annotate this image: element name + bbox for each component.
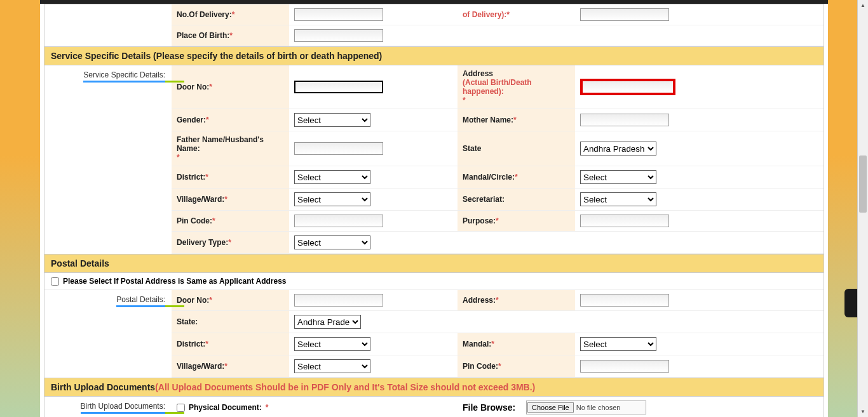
p-district-label: District:* xyxy=(172,333,289,355)
district-label: District:* xyxy=(172,166,289,188)
file-status: No file chosen xyxy=(576,404,646,411)
father-input[interactable] xyxy=(294,142,383,155)
docs-header: Birth Upload Documents(All Upload Docume… xyxy=(44,378,824,397)
delivery-type-label: Delivery Type:* xyxy=(172,232,289,253)
no-delivery-input[interactable] xyxy=(294,8,383,21)
place-birth-input[interactable] xyxy=(294,29,383,42)
postal-header: Postal Details xyxy=(44,254,824,273)
village-label: Village/Ward:* xyxy=(172,189,289,210)
p-door-input[interactable] xyxy=(294,294,383,307)
of-delivery-input[interactable] xyxy=(580,8,669,21)
gender-select[interactable]: Select xyxy=(294,113,370,127)
purpose-label: Purpose:* xyxy=(458,211,575,231)
p-pin-label: Pin Code:* xyxy=(458,355,575,377)
p-village-select[interactable]: Select xyxy=(294,359,370,373)
village-select[interactable]: Select xyxy=(294,192,370,206)
no-delivery-label: No.Of Delivery:* xyxy=(172,4,289,25)
mother-input[interactable] xyxy=(580,114,669,126)
p-pin-input[interactable] xyxy=(580,360,669,373)
of-delivery-label: of Delivery):* xyxy=(458,4,575,25)
p-district-select[interactable]: Select xyxy=(294,337,370,351)
purpose-input[interactable] xyxy=(580,215,669,227)
state-select[interactable]: Andhra Pradesh xyxy=(580,142,656,156)
scroll-thumb[interactable] xyxy=(859,156,867,213)
choose-file-button[interactable]: Choose File xyxy=(527,402,574,413)
secretariat-select[interactable]: Select xyxy=(580,192,656,206)
doc-row: Physical Document:*File Browse:Choose Fi… xyxy=(172,397,824,417)
door-no-input[interactable] xyxy=(294,81,383,93)
state-label: State xyxy=(458,131,575,166)
postal-side-label: Postal Details: xyxy=(44,290,172,378)
secretariat-label: Secretariat: xyxy=(458,189,575,210)
p-mandal-label: Mandal:* xyxy=(458,333,575,355)
service-side-label: Service Specific Details: xyxy=(44,65,172,254)
p-address-label: Address:* xyxy=(458,290,575,310)
address-input[interactable] xyxy=(580,79,675,95)
father-label: Father Name/Husband's Name:* xyxy=(172,131,289,166)
p-mandal-select[interactable]: Select xyxy=(580,337,656,351)
gender-label: Gender:* xyxy=(172,109,289,131)
p-state-label: State: xyxy=(172,311,289,333)
top-section: No.Of Delivery:* of Delivery):* Place Of… xyxy=(44,4,824,46)
side-tab[interactable] xyxy=(844,289,857,317)
form-outer: No.Of Delivery:* of Delivery):* Place Of… xyxy=(40,0,828,417)
top-side-spacer xyxy=(44,4,172,46)
p-village-label: Village/Ward:* xyxy=(172,355,289,377)
pincode-label: Pin Code:* xyxy=(172,211,289,231)
place-birth-label: Place Of Birth:* xyxy=(172,25,289,46)
district-select[interactable]: Select xyxy=(294,170,370,184)
doc-label: Physical Document: xyxy=(189,403,262,412)
service-header: Service Specific Details (Please specify… xyxy=(44,46,824,65)
docs-section: Birth Upload Documents: Physical Documen… xyxy=(44,397,824,417)
file-browse-label: File Browse: xyxy=(463,402,526,413)
p-address-input[interactable] xyxy=(580,294,669,307)
mandal-label: Mandal/Circle:* xyxy=(458,166,575,188)
docs-side-label: Birth Upload Documents: xyxy=(44,397,172,417)
door-no-label: Door No:* xyxy=(172,65,289,109)
file-input-wrap: Choose FileNo file chosen xyxy=(526,400,818,414)
doc-check: Physical Document:* xyxy=(177,403,463,412)
doc-checkbox[interactable] xyxy=(177,404,185,412)
scroll-down-icon[interactable]: ▼ xyxy=(858,406,868,417)
scroll-up-icon[interactable]: ▲ xyxy=(858,0,868,11)
postal-same-check-row: Please Select If Postal Address is Same … xyxy=(44,273,824,290)
scrollbar[interactable]: ▲ ▼ xyxy=(857,0,868,417)
p-door-label: Door No:* xyxy=(172,290,289,310)
delivery-type-select[interactable]: Select xyxy=(294,235,370,249)
mandal-select[interactable]: Select xyxy=(580,170,656,184)
pincode-input[interactable] xyxy=(294,215,383,227)
postal-same-label: Please Select If Postal Address is Same … xyxy=(63,277,286,286)
p-state-select[interactable]: Andhra Pradesh xyxy=(294,315,361,329)
address-label: Address(Actual Birth/Death happened):* xyxy=(458,65,575,109)
postal-same-checkbox[interactable] xyxy=(51,277,59,286)
mother-label: Mother Name:* xyxy=(458,109,575,131)
service-section: Service Specific Details: Door No:* Addr… xyxy=(44,65,824,254)
form-container: No.Of Delivery:* of Delivery):* Place Of… xyxy=(44,4,824,417)
postal-section: Postal Details: Door No:* Address:* Stat… xyxy=(44,290,824,378)
